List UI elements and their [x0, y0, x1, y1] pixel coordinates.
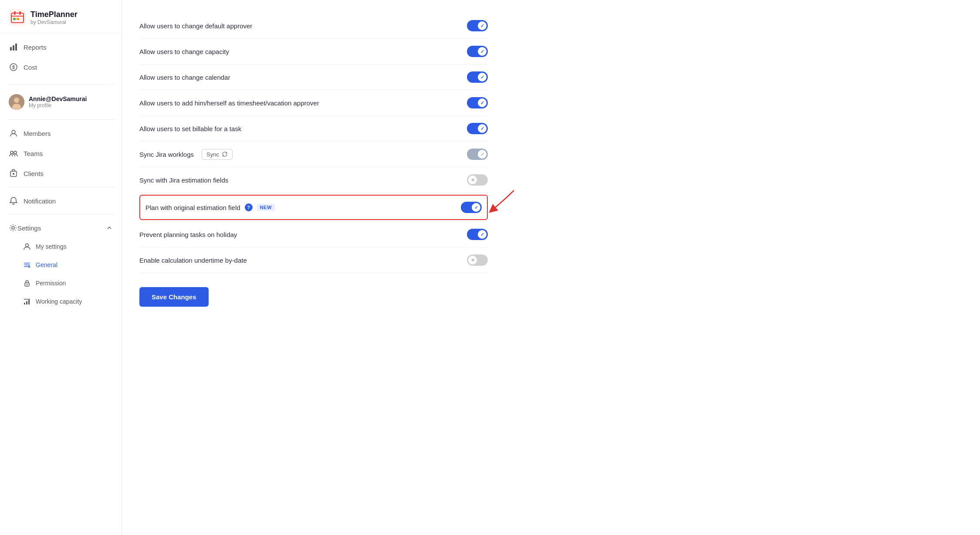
- toggle-knob: ✕: [468, 176, 477, 184]
- app-subtitle: by DevSamurai: [30, 19, 78, 25]
- logo-area: TimePlanner by DevSamurai: [0, 0, 122, 34]
- general-icon: [23, 261, 31, 269]
- sidebar-item-permission[interactable]: Permission: [0, 274, 122, 292]
- notification-label: Notification: [24, 197, 56, 205]
- svg-point-20: [12, 227, 14, 229]
- toggle-change-capacity[interactable]: ✓: [467, 46, 488, 57]
- toggle-knob: ✓: [472, 203, 480, 212]
- svg-text:$: $: [12, 65, 15, 70]
- clients-label: Clients: [24, 170, 44, 177]
- working-capacity-icon: [23, 297, 31, 306]
- toggle-knob: ✓: [478, 98, 487, 107]
- svg-rect-26: [26, 301, 27, 305]
- svg-point-19: [13, 173, 14, 175]
- toggle-knob: ✓: [478, 124, 487, 133]
- setting-label-planning-holiday: Prevent planning tasks on holiday: [139, 231, 237, 238]
- clients-icon: [9, 169, 18, 178]
- sidebar-item-settings[interactable]: Settings: [0, 218, 122, 237]
- svg-rect-28: [24, 299, 30, 300]
- svg-rect-2: [14, 11, 16, 15]
- toggle-knob: ✕: [468, 256, 477, 264]
- toggle-knob: ✓: [478, 73, 487, 81]
- sidebar-item-general[interactable]: General: [0, 256, 122, 274]
- logo-text-block: TimePlanner by DevSamurai: [30, 10, 78, 25]
- user-name: Annie@DevSamurai: [29, 95, 87, 102]
- svg-rect-27: [28, 300, 30, 305]
- cost-label: Cost: [24, 64, 37, 71]
- svg-rect-7: [10, 47, 12, 51]
- setting-row-original-estimation: Plan with original estimation field ? NE…: [139, 195, 488, 220]
- permission-icon: [23, 279, 31, 288]
- user-profile[interactable]: Annie@DevSamurai My profile: [0, 88, 122, 116]
- members-icon: [9, 129, 18, 138]
- settings-submenu: My settings General Permission: [0, 237, 122, 311]
- reports-label: Reports: [24, 44, 47, 51]
- main-nav: Reports $ Cost: [0, 34, 122, 81]
- save-changes-button[interactable]: Save Changes: [139, 287, 209, 307]
- sidebar-item-members[interactable]: Members: [0, 123, 122, 143]
- toggle-sync-jira[interactable]: ✓: [467, 149, 488, 160]
- svg-rect-4: [11, 16, 24, 17]
- setting-row-change-approver: Allow users to change default approver ✓: [139, 13, 488, 39]
- divider-2: [7, 119, 115, 120]
- new-badge: NEW: [257, 204, 275, 211]
- divider-3: [7, 187, 115, 187]
- sidebar-item-notification[interactable]: Notification: [0, 191, 122, 211]
- divider-4: [7, 214, 115, 215]
- members-label: Members: [24, 130, 51, 137]
- toggle-jira-estimation[interactable]: ✕: [467, 174, 488, 186]
- setting-row-sync-jira: Sync Jira worklogs Sync ✓: [139, 142, 488, 167]
- svg-rect-3: [19, 11, 21, 15]
- sidebar-item-reports[interactable]: Reports: [0, 37, 122, 57]
- settings-icon: [9, 223, 17, 232]
- toggle-set-billable[interactable]: ✓: [467, 123, 488, 134]
- toggle-knob: ✓: [478, 47, 487, 56]
- sync-button[interactable]: Sync: [202, 149, 233, 160]
- svg-point-15: [12, 130, 15, 134]
- avatar-img: [9, 94, 24, 110]
- svg-rect-8: [13, 45, 14, 51]
- bar-chart-icon: [9, 42, 18, 52]
- sidebar-item-clients[interactable]: Clients: [0, 163, 122, 183]
- sidebar-item-cost[interactable]: $ Cost: [0, 57, 122, 77]
- svg-point-16: [10, 151, 13, 154]
- setting-label-set-billable: Allow users to set billable for a task: [139, 125, 241, 132]
- toggle-planning-holiday[interactable]: ✓: [467, 229, 488, 240]
- highlighted-row-container: Plan with original estimation field ? NE…: [139, 195, 488, 220]
- toggle-change-approver[interactable]: ✓: [467, 20, 488, 31]
- sidebar-item-my-settings[interactable]: My settings: [0, 237, 122, 256]
- user-info: Annie@DevSamurai My profile: [29, 95, 87, 108]
- settings-content: Allow users to change default approver ✓…: [122, 0, 514, 324]
- setting-row-set-billable: Allow users to set billable for a task ✓: [139, 116, 488, 142]
- sync-icon: [222, 151, 228, 157]
- toggle-knob: ✓: [478, 21, 487, 30]
- avatar: [9, 94, 24, 110]
- svg-rect-6: [17, 18, 19, 20]
- svg-rect-9: [15, 44, 17, 51]
- toggle-undertime[interactable]: ✕: [467, 254, 488, 266]
- toggle-change-calendar[interactable]: ✓: [467, 71, 488, 83]
- permission-label: Permission: [36, 280, 66, 287]
- main-content: Allow users to change default approver ✓…: [122, 0, 980, 535]
- svg-rect-5: [13, 18, 16, 20]
- setting-label-original-estimation: Plan with original estimation field ? NE…: [145, 203, 275, 211]
- setting-label-change-calendar: Allow users to change calendar: [139, 74, 230, 81]
- svg-point-21: [26, 244, 29, 247]
- svg-point-24: [27, 284, 28, 285]
- setting-row-add-approver: Allow users to add him/herself as timesh…: [139, 90, 488, 116]
- general-label: General: [36, 261, 57, 268]
- divider-1: [7, 84, 115, 85]
- setting-row-change-calendar: Allow users to change calendar ✓: [139, 64, 488, 90]
- help-icon[interactable]: ?: [245, 203, 253, 211]
- svg-point-17: [14, 151, 17, 154]
- toggle-original-estimation[interactable]: ✓: [461, 202, 482, 213]
- logo-icon: [9, 9, 26, 26]
- setting-label-jira-estimation: Sync with Jira estimation fields: [139, 176, 228, 184]
- chevron-up-icon: [106, 224, 113, 231]
- setting-label-sync-jira: Sync Jira worklogs Sync: [139, 149, 233, 160]
- sidebar-item-teams[interactable]: Teams: [0, 143, 122, 163]
- setting-label-change-approver: Allow users to change default approver: [139, 22, 252, 30]
- user-role: My profile: [29, 102, 87, 108]
- toggle-add-approver[interactable]: ✓: [467, 97, 488, 108]
- sidebar-item-working-capacity[interactable]: Working capacity: [0, 292, 122, 311]
